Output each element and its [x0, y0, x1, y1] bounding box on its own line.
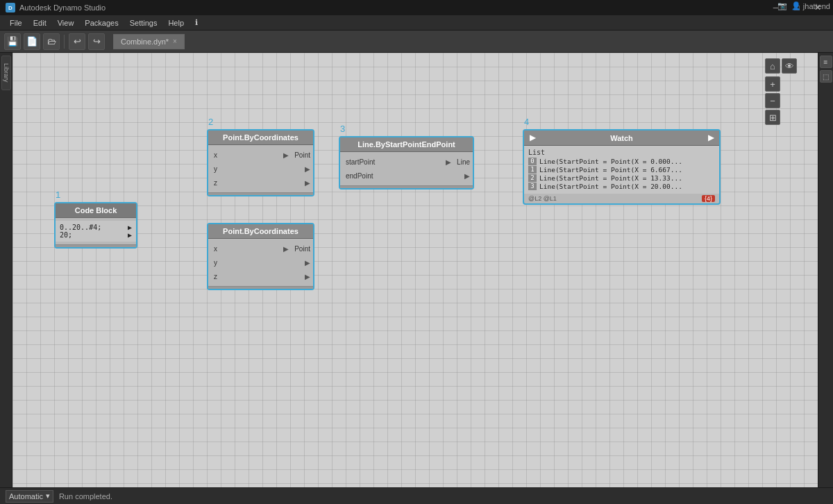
- camera-button[interactable]: 📷: [777, 1, 787, 10]
- title-left: D Autodesk Dynamo Studio: [6, 3, 106, 12]
- menu-info[interactable]: ℹ: [190, 17, 203, 28]
- watch-idx-1: 1: [528, 166, 537, 174]
- code-content: 0..20..#4; ▶ 20; ▶: [56, 221, 136, 242]
- zoom-in-button[interactable]: +: [765, 76, 780, 92]
- menu-settings[interactable]: Settings: [124, 17, 163, 28]
- watch-out-port: ▶: [708, 133, 714, 142]
- port-x-label: x: [208, 151, 280, 159]
- menu-edit[interactable]: Edit: [28, 17, 52, 28]
- node-point1-header: Point.ByCoordinates: [208, 131, 313, 145]
- node-codeblock-bottom: [56, 244, 136, 247]
- canvas-background: [12, 53, 818, 487]
- port2-z-row: z ▶: [208, 269, 313, 283]
- menu-file[interactable]: File: [4, 17, 28, 28]
- node-point2-body: x ▶ Point y ▶ z ▶: [208, 239, 313, 286]
- port2-y-row: y ▶: [208, 255, 313, 269]
- main-area: Library: [0, 53, 833, 487]
- port2-point-out: Point: [292, 245, 313, 253]
- watch-list-header: List: [528, 149, 715, 156]
- menu-help[interactable]: Help: [162, 17, 190, 28]
- port-endpoint-arrow: ▶: [462, 172, 473, 180]
- watch-list: List 0 Line(StartPoint = Point(X = 0.000…: [524, 146, 719, 194]
- undo-button[interactable]: ↩: [69, 33, 85, 50]
- port-endpoint-row: endPoint ▶: [340, 169, 473, 183]
- port2-z-arrow: ▶: [302, 273, 313, 280]
- run-mode-label: Automatic: [9, 492, 43, 501]
- new-button[interactable]: 📄: [24, 33, 40, 50]
- node-watch[interactable]: 4 ▶ Watch ▶ List 0 Line(StartPoint = Poi…: [523, 129, 721, 205]
- user-icon: 👤: [791, 1, 801, 10]
- save-button[interactable]: 💾: [4, 33, 21, 50]
- menubar: File Edit View Packages Settings Help ℹ …: [0, 15, 833, 31]
- right-panel: ≡ ⬚: [818, 53, 833, 487]
- node-point1-body: x ▶ Point y ▶ z ▶: [208, 145, 313, 192]
- watch-text-3: Line(StartPoint = Point(X = 20.00...: [539, 183, 682, 190]
- port2-y-label: y: [208, 259, 302, 267]
- node-point1[interactable]: 2 Point.ByCoordinates x ▶ Point y ▶ z ▶: [207, 129, 314, 196]
- open-button[interactable]: 🗁: [43, 33, 60, 50]
- eye-view-button[interactable]: 👁: [782, 58, 797, 74]
- right-btn-1[interactable]: ≡: [820, 56, 832, 68]
- right-btn-2[interactable]: ⬚: [820, 70, 832, 83]
- zoom-out-button[interactable]: −: [765, 93, 780, 108]
- port-x-arrow: ▶: [280, 151, 292, 159]
- menu-view[interactable]: View: [52, 17, 80, 28]
- user-button[interactable]: 👤 jhattend: [791, 1, 830, 10]
- left-panel: Library: [0, 53, 12, 487]
- fit-view-button[interactable]: ⊞: [765, 110, 780, 125]
- toolbar: 💾 📄 🗁 ↩ ↪ Combine.dyn* ×: [0, 31, 833, 53]
- code-line2: 20;: [60, 231, 72, 239]
- watch-text-1: Line(StartPoint = Point(X = 6.667...: [539, 166, 682, 174]
- library-panel-button[interactable]: Library: [1, 56, 11, 90]
- watch-idx-0: 0: [528, 158, 537, 165]
- node-line[interactable]: 3 Line.ByStartPointEndPoint startPoint ▶…: [339, 136, 474, 190]
- watch-idx-3: 3: [528, 183, 537, 190]
- code-out2: ▶: [128, 231, 132, 239]
- redo-button[interactable]: ↪: [88, 33, 105, 50]
- port-y-row: y ▶: [208, 162, 313, 176]
- port-z-arrow: ▶: [302, 179, 313, 187]
- node-line-number: 3: [340, 124, 345, 134]
- tab-bar: Combine.dyn* ×: [113, 34, 185, 49]
- titlebar: D Autodesk Dynamo Studio ─ □ ✕: [0, 0, 833, 15]
- port2-x-arrow: ▶: [280, 245, 292, 253]
- tab-close-button[interactable]: ×: [173, 37, 177, 45]
- app-icon: D: [6, 3, 15, 12]
- watch-item-2: 2 Line(StartPoint = Point(X = 13.33...: [528, 174, 715, 182]
- watch-in-port: ▶: [530, 133, 535, 142]
- port2-x-label: x: [208, 245, 280, 253]
- node-point1-number: 2: [208, 117, 213, 127]
- port-startpoint-arrow: ▶: [443, 158, 454, 166]
- active-tab[interactable]: Combine.dyn* ×: [113, 34, 185, 49]
- port2-z-label: z: [208, 273, 302, 280]
- node-watch-number: 4: [524, 117, 529, 127]
- watch-item-1: 1 Line(StartPoint = Point(X = 6.667...: [528, 166, 715, 174]
- node-point2[interactable]: Point.ByCoordinates x ▶ Point y ▶ z ▶: [207, 223, 314, 290]
- run-mode-dropdown[interactable]: Automatic ▾: [6, 490, 53, 503]
- port2-y-arrow: ▶: [302, 259, 313, 267]
- node-line-bottom: [340, 185, 473, 188]
- canvas[interactable]: 1 Code Block 0..20..#4; ▶ 20; ▶ 2 P: [12, 53, 818, 487]
- port-y-label: y: [208, 165, 302, 173]
- node-line-header: Line.ByStartPointEndPoint: [340, 137, 473, 152]
- watch-idx-2: 2: [528, 174, 537, 182]
- node-codeblock[interactable]: 1 Code Block 0..20..#4; ▶ 20; ▶: [54, 202, 137, 249]
- statusbar: Automatic ▾ Run completed.: [0, 487, 833, 504]
- tab-label: Combine.dyn*: [121, 37, 169, 46]
- port-startpoint-label: startPoint: [340, 158, 443, 166]
- node-line-body: startPoint ▶ Line endPoint ▶: [340, 152, 473, 185]
- view-buttons-row: ⌂ 👁: [765, 58, 797, 74]
- node-point2-bottom: [208, 286, 313, 289]
- port-line-out: Line: [454, 158, 473, 166]
- port-point-out: Point: [292, 151, 313, 159]
- port-x-row: x ▶ Point: [208, 148, 313, 162]
- home-view-button[interactable]: ⌂: [765, 58, 780, 74]
- username-label: jhattend: [803, 2, 830, 10]
- port-endpoint-label: endPoint: [340, 172, 462, 180]
- port-y-arrow: ▶: [302, 165, 313, 173]
- watch-footer: @L2 @L1 {4}: [524, 194, 719, 203]
- app-title: Autodesk Dynamo Studio: [19, 3, 106, 12]
- menu-packages[interactable]: Packages: [79, 17, 124, 28]
- port-startpoint-row: startPoint ▶ Line: [340, 155, 473, 169]
- node-point1-bottom: [208, 192, 313, 195]
